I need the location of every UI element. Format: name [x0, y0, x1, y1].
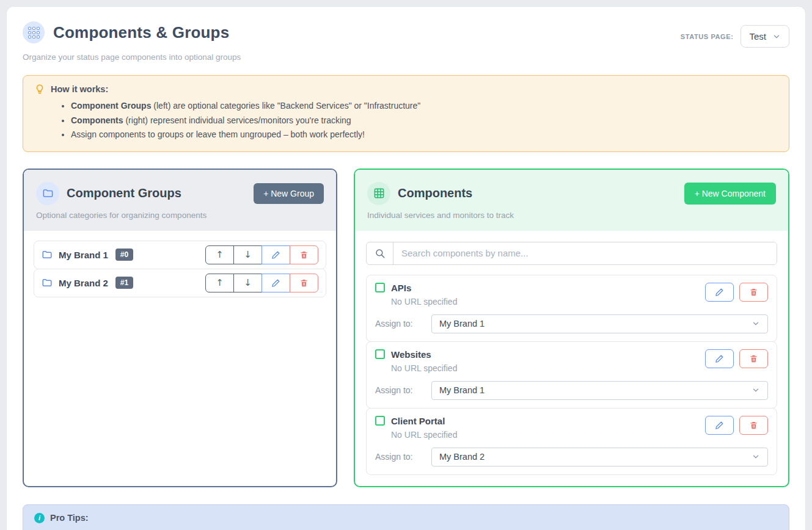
- new-group-button[interactable]: + New Group: [254, 183, 324, 204]
- trash-icon: [299, 250, 309, 260]
- pro-tips-list: Use groups like "Backend", "Frontend", "…: [62, 528, 778, 530]
- component-url-status: No URL specified: [391, 297, 457, 307]
- pencil-icon: [271, 250, 280, 260]
- how-it-works-title: How it works:: [51, 84, 108, 94]
- pencil-icon: [271, 278, 280, 288]
- assign-group-value: My Brand 1: [439, 385, 485, 395]
- edit-group-button[interactable]: [262, 274, 290, 292]
- group-name: My Brand 2: [59, 278, 108, 288]
- move-up-button[interactable]: ↑: [205, 245, 234, 264]
- new-component-button[interactable]: + New Component: [684, 183, 776, 205]
- page-card: Components & Groups STATUS PAGE: Test Or…: [6, 6, 806, 530]
- move-down-button[interactable]: ↓: [233, 245, 262, 264]
- assign-group-select[interactable]: My Brand 1: [431, 314, 768, 333]
- page-subtitle: Organize your status page components int…: [7, 48, 805, 62]
- component-search: [366, 242, 777, 265]
- delete-component-button[interactable]: [739, 416, 768, 435]
- trash-icon: [749, 421, 758, 430]
- status-page-value: Test: [749, 31, 766, 42]
- assign-to-label: Assign to:: [375, 385, 431, 395]
- components-panel-title: Components: [398, 186, 472, 200]
- pro-tips-box: i Pro Tips: Use groups like "Backend", "…: [23, 504, 789, 530]
- how-it-works-list: Component Groups (left) are optional cat…: [62, 99, 778, 142]
- group-order-badge: #0: [115, 249, 133, 261]
- trash-icon: [299, 278, 309, 288]
- component-card: Websites No URL specified: [366, 341, 777, 408]
- edit-group-button[interactable]: [262, 245, 290, 264]
- lightbulb-icon: [34, 84, 45, 95]
- chevron-down-icon: [772, 32, 781, 41]
- groups-panel-header: Component Groups + New Group Optional ca…: [24, 170, 336, 231]
- edit-component-button[interactable]: [705, 416, 734, 435]
- components-panel-header: Components + New Component Individual se…: [355, 170, 788, 231]
- edit-component-button[interactable]: [705, 283, 734, 302]
- chevron-down-icon: [752, 386, 760, 394]
- groups-panel-subtitle: Optional categories for organizing compo…: [36, 211, 324, 220]
- pencil-icon: [715, 421, 724, 430]
- pencil-icon: [715, 354, 724, 363]
- search-icon: [367, 242, 393, 264]
- how-it-works-item: Assign components to groups or leave the…: [71, 128, 778, 142]
- chevron-down-icon: [752, 319, 760, 328]
- assign-group-select[interactable]: My Brand 1: [431, 381, 768, 400]
- delete-group-button[interactable]: [290, 274, 318, 292]
- components-panel-subtitle: Individual services and monitors to trac…: [367, 211, 776, 220]
- component-card: APIs No URL specified: [366, 275, 777, 342]
- search-input[interactable]: [393, 242, 777, 264]
- folder-icon: [36, 182, 59, 205]
- trash-icon: [749, 354, 758, 363]
- table-grid-icon: [367, 182, 390, 205]
- component-name: Client Portal: [391, 416, 445, 426]
- apps-grid-icon: [23, 21, 45, 43]
- delete-component-button[interactable]: [739, 349, 768, 368]
- trash-icon: [749, 288, 758, 297]
- pro-tip-item: Use groups like "Backend", "Frontend", "…: [71, 528, 778, 530]
- status-page-label: STATUS PAGE:: [681, 33, 734, 40]
- group-row: My Brand 1 #0 ↑ ↓: [34, 241, 326, 269]
- pencil-icon: [715, 288, 724, 297]
- groups-panel-title: Component Groups: [67, 186, 181, 200]
- delete-group-button[interactable]: [290, 245, 318, 264]
- pro-tips-title: Pro Tips:: [50, 513, 89, 523]
- group-row: My Brand 2 #1 ↑ ↓: [34, 269, 326, 297]
- component-checkbox[interactable]: [375, 416, 385, 426]
- page-header: Components & Groups STATUS PAGE: Test: [7, 7, 805, 48]
- group-order-badge: #1: [115, 277, 133, 289]
- delete-component-button[interactable]: [739, 283, 768, 302]
- components-panel: Components + New Component Individual se…: [354, 169, 789, 487]
- component-checkbox[interactable]: [375, 283, 385, 292]
- folder-icon: [42, 249, 53, 260]
- component-groups-panel: Component Groups + New Group Optional ca…: [23, 169, 337, 487]
- how-it-works-box: How it works: Component Groups (left) ar…: [23, 75, 789, 152]
- chevron-down-icon: [752, 452, 760, 461]
- folder-icon: [42, 277, 53, 288]
- component-checkbox[interactable]: [375, 349, 385, 359]
- assign-group-select[interactable]: My Brand 2: [431, 448, 768, 466]
- assign-group-value: My Brand 2: [439, 452, 485, 462]
- assign-to-label: Assign to:: [375, 452, 431, 462]
- how-it-works-item: Components (right) represent individual …: [71, 114, 778, 128]
- status-page-select[interactable]: Test: [741, 25, 789, 48]
- how-it-works-item: Component Groups (left) are optional cat…: [71, 99, 778, 114]
- component-name: APIs: [391, 283, 411, 293]
- move-down-button[interactable]: ↓: [233, 274, 262, 292]
- component-name: Websites: [391, 349, 431, 360]
- move-up-button[interactable]: ↑: [205, 274, 234, 292]
- component-url-status: No URL specified: [391, 430, 457, 440]
- assign-to-label: Assign to:: [375, 319, 431, 329]
- assign-group-value: My Brand 1: [439, 319, 485, 329]
- edit-component-button[interactable]: [705, 349, 734, 368]
- page-title: Components & Groups: [53, 23, 229, 42]
- info-icon: i: [34, 513, 45, 523]
- component-card: Client Portal No URL specified: [366, 408, 777, 475]
- group-name: My Brand 1: [59, 250, 108, 260]
- component-url-status: No URL specified: [391, 363, 457, 373]
